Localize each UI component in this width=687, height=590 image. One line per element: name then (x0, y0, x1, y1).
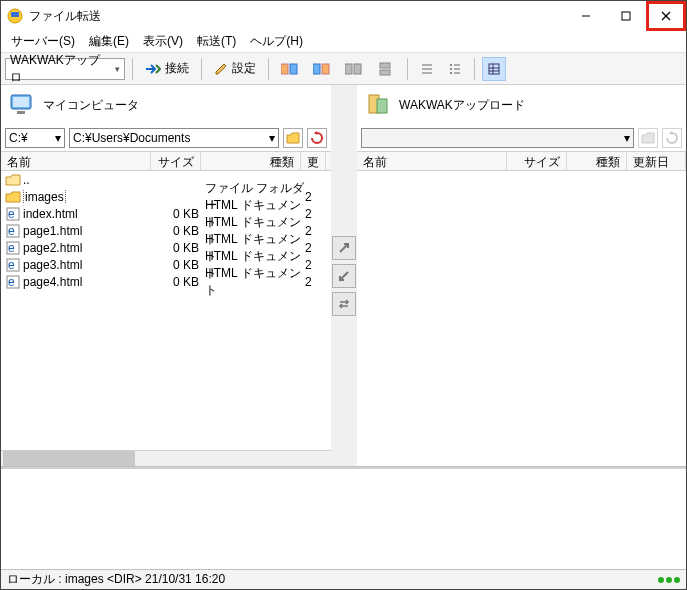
svg-rect-9 (322, 64, 329, 74)
remote-col-date[interactable]: 更新日時 (627, 152, 686, 170)
file-date: 2 (305, 190, 327, 204)
settings-button[interactable]: 設定 (209, 57, 261, 81)
chevron-down-icon: ▾ (55, 131, 61, 145)
local-col-date[interactable]: 更 (301, 152, 326, 170)
titlebar: ファイル転送 (1, 1, 686, 31)
window-buttons (566, 1, 686, 31)
local-drive-label: C:¥ (9, 131, 28, 145)
view-mode-2-button[interactable] (308, 57, 336, 81)
remote-refresh-button[interactable] (662, 128, 682, 148)
html-file-icon: e (5, 206, 21, 222)
list-style-2-button[interactable] (443, 57, 467, 81)
svg-text:e: e (8, 241, 15, 255)
profile-combo-label: WAKWAKアップロ (10, 52, 111, 86)
status-led-icon (674, 577, 680, 583)
svg-rect-6 (281, 64, 288, 74)
file-size: 0 KB (155, 241, 205, 255)
local-path-combo[interactable]: C:¥Users¥Documents ▾ (69, 128, 279, 148)
file-name: page4.html (23, 275, 155, 289)
local-h-scrollbar[interactable] (1, 450, 331, 466)
app-icon (7, 8, 23, 24)
html-file-icon: e (5, 274, 21, 290)
log-pane[interactable] (1, 467, 686, 569)
html-file-icon: e (5, 257, 21, 273)
svg-rect-23 (489, 64, 499, 74)
file-name: page1.html (23, 224, 155, 238)
svg-rect-1 (11, 12, 19, 17)
remote-pane: WAKWAKアップロード ▾ 名前 サイズ 種類 更新日時 (357, 85, 686, 466)
download-button[interactable] (332, 264, 356, 288)
file-size: 0 KB (155, 275, 205, 289)
file-name: index.html (23, 207, 155, 221)
profile-combo[interactable]: WAKWAKアップロ ▾ (5, 58, 125, 80)
local-path-text: C:¥Users¥Documents (73, 131, 190, 145)
file-size: 0 KB (155, 224, 205, 238)
up-folder-icon (5, 172, 21, 188)
upload-button[interactable] (332, 236, 356, 260)
minimize-button[interactable] (566, 1, 606, 31)
svg-rect-7 (290, 64, 297, 74)
remote-col-name[interactable]: 名前 (357, 152, 507, 170)
remote-col-type[interactable]: 種類 (567, 152, 627, 170)
remote-pane-header: WAKWAKアップロード (357, 85, 686, 125)
local-pane-header: マイコンピュータ (1, 85, 331, 125)
file-name: page3.html (23, 258, 155, 272)
local-col-type[interactable]: 種類 (201, 152, 301, 170)
local-folder-button[interactable] (283, 128, 303, 148)
local-list-header: 名前 サイズ 種類 更 (1, 151, 331, 171)
chevron-down-icon: ▾ (624, 131, 630, 145)
sync-button[interactable] (332, 292, 356, 316)
svg-rect-12 (380, 63, 390, 68)
svg-text:e: e (8, 207, 15, 221)
file-type: HTML ドキュメント (205, 265, 305, 299)
window-title: ファイル転送 (29, 8, 566, 25)
local-col-size[interactable]: サイズ (151, 152, 201, 170)
local-pane-title: マイコンピュータ (43, 97, 139, 114)
local-pathbar: C:¥ ▾ C:¥Users¥Documents ▾ (1, 125, 331, 151)
local-refresh-button[interactable] (307, 128, 327, 148)
svg-rect-13 (380, 70, 390, 75)
chevron-down-icon: ▾ (115, 64, 120, 74)
local-file-list[interactable]: ..imagesファイル フォルダー2eindex.html0 KBHTML ド… (1, 171, 331, 450)
file-date: 2 (305, 275, 327, 289)
local-drive-combo[interactable]: C:¥ ▾ (5, 128, 65, 148)
chevron-down-icon: ▾ (269, 131, 275, 145)
connect-button[interactable]: 接続 (140, 57, 194, 81)
view-mode-4-button[interactable] (372, 57, 400, 81)
main-panes: マイコンピュータ C:¥ ▾ C:¥Users¥Documents ▾ 名前 サ… (1, 85, 686, 467)
local-pane: マイコンピュータ C:¥ ▾ C:¥Users¥Documents ▾ 名前 サ… (1, 85, 331, 466)
menu-view[interactable]: 表示(V) (137, 31, 189, 52)
connect-label: 接続 (165, 60, 189, 77)
status-led-icon (658, 577, 664, 583)
remote-list-header: 名前 サイズ 種類 更新日時 (357, 151, 686, 171)
maximize-button[interactable] (606, 1, 646, 31)
file-row[interactable]: epage4.html0 KBHTML ドキュメント2 (1, 273, 331, 290)
svg-point-21 (450, 72, 452, 74)
close-button[interactable] (646, 1, 686, 31)
menu-help[interactable]: ヘルプ(H) (244, 31, 309, 52)
view-mode-1-button[interactable] (276, 57, 304, 81)
file-name: page2.html (23, 241, 155, 255)
file-date: 2 (305, 224, 327, 238)
list-style-3-button[interactable] (482, 57, 506, 81)
statusbar: ローカル : images <DIR> 21/10/31 16:20 (1, 569, 686, 589)
remote-file-list[interactable] (357, 171, 686, 466)
remote-folder-button[interactable] (638, 128, 658, 148)
remote-col-size[interactable]: サイズ (507, 152, 567, 170)
list-style-1-button[interactable] (415, 57, 439, 81)
local-col-name[interactable]: 名前 (1, 152, 151, 170)
menu-transfer[interactable]: 転送(T) (191, 31, 242, 52)
svg-rect-3 (622, 12, 630, 20)
toolbar: WAKWAKアップロ ▾ 接続 設定 (1, 53, 686, 85)
folder-icon (5, 189, 21, 205)
svg-text:e: e (8, 275, 15, 289)
html-file-icon: e (5, 240, 21, 256)
menu-edit[interactable]: 編集(E) (83, 31, 135, 52)
svg-text:e: e (8, 258, 15, 272)
remote-path-combo[interactable]: ▾ (361, 128, 634, 148)
menu-server[interactable]: サーバー(S) (5, 31, 81, 52)
svg-rect-10 (345, 64, 352, 74)
server-icon (365, 91, 393, 119)
view-mode-3-button[interactable] (340, 57, 368, 81)
svg-rect-11 (354, 64, 361, 74)
